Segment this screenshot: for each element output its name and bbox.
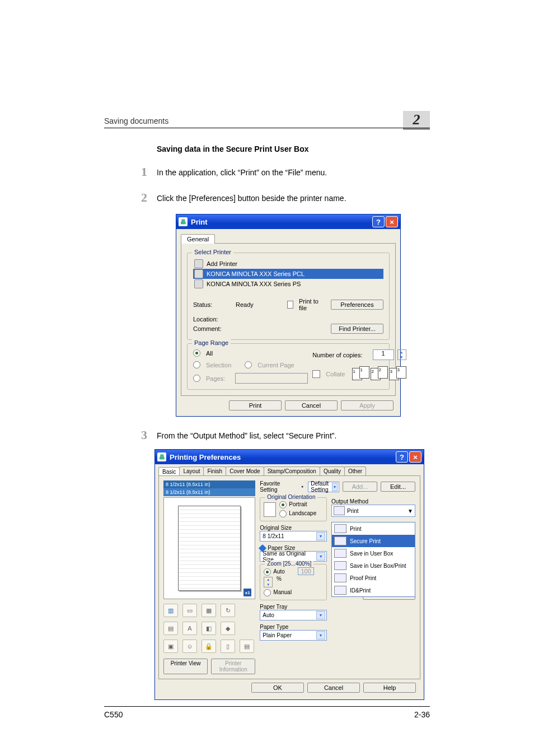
status-label: Status:: [193, 301, 232, 308]
all-label: All: [206, 350, 213, 357]
all-radio[interactable]: [193, 349, 200, 357]
paper-sheet-icon: [178, 506, 241, 591]
pages-input[interactable]: [235, 373, 308, 384]
favorite-add-button[interactable]: Add...: [343, 482, 377, 492]
group-label: Select Printer: [192, 249, 233, 255]
help-button[interactable]: ?: [372, 216, 385, 227]
quality-icon[interactable]: ◆: [221, 622, 235, 635]
tab-basic[interactable]: Basic: [158, 467, 180, 476]
printing-preferences-dialog: 🖶 Printing Preferences ? × Basic Layout …: [154, 449, 424, 700]
zoom-spinner[interactable]: ▲▼: [264, 577, 273, 587]
copies-spinner[interactable]: ▲▼: [397, 349, 406, 360]
print-to-file-label: Print to file: [299, 298, 321, 311]
tabstrip: General: [181, 234, 396, 244]
section-title: Saving data in the Secure Print User Box: [157, 144, 430, 153]
close-button[interactable]: ×: [409, 451, 421, 463]
list-item[interactable]: KONICA MINOLTA XXX Series PS: [193, 279, 383, 289]
step-1: 1 In the application, click “Print” on t…: [104, 165, 430, 179]
favorite-edit-button[interactable]: Edit...: [381, 482, 415, 492]
favorite-dropdown[interactable]: Default Setting▼: [308, 482, 339, 492]
cancel-button[interactable]: Cancel: [307, 683, 360, 693]
nup-icon[interactable]: ▦: [202, 604, 216, 617]
zoom-auto-radio[interactable]: [264, 568, 271, 576]
apply-button[interactable]: Apply: [341, 400, 394, 410]
current-page-radio[interactable]: [245, 361, 252, 368]
secure-icon[interactable]: 🔒: [202, 640, 216, 653]
portrait-radio[interactable]: [279, 501, 287, 508]
tab-layout[interactable]: Layout: [179, 466, 204, 475]
tab-stamp-composition[interactable]: Stamp/Composition: [264, 466, 320, 475]
menu-item-id-print[interactable]: ID&Print: [332, 584, 415, 596]
landscape-radio[interactable]: [279, 510, 287, 517]
tab-finish[interactable]: Finish: [203, 466, 226, 475]
chevron-down-icon: ▼: [316, 611, 325, 619]
close-button[interactable]: ×: [386, 216, 398, 227]
menu-item-secure-print[interactable]: Secure Print: [332, 535, 415, 547]
paper-tray-dropdown[interactable]: Auto▼: [260, 610, 327, 620]
copies-input[interactable]: 1: [373, 349, 394, 360]
list-item-label: Add Printer: [207, 260, 237, 267]
menu-item-save-box-print[interactable]: Save in User Box/Print: [332, 559, 415, 572]
rotate-icon[interactable]: ↻: [221, 604, 235, 617]
lock-icon: [334, 536, 346, 545]
printer-view-button[interactable]: Printer View: [163, 659, 208, 674]
print-button[interactable]: Print: [229, 400, 282, 410]
orientation-group: Original Orientation Portrait Landscape: [260, 497, 327, 521]
watermark-icon[interactable]: ◧: [202, 622, 216, 635]
proof-icon: [334, 573, 346, 582]
page-range-group: Page Range All Selection Current Page Pa…: [187, 343, 390, 390]
list-item[interactable]: KONICA MINOLTA XXX Series PCL: [193, 269, 383, 279]
menu-item-proof-print[interactable]: Proof Print: [332, 572, 415, 584]
box-print-icon: [334, 561, 346, 570]
titlebar[interactable]: 🖶 Print ? ×: [176, 214, 400, 229]
zoom-manual-radio[interactable]: [264, 589, 271, 596]
printer-info-button[interactable]: Printer Information: [211, 659, 255, 674]
list-icon[interactable]: ▤: [240, 640, 254, 653]
landscape-label: Landscape: [289, 510, 316, 516]
chevron-down-icon: ▼: [407, 508, 413, 514]
group-label: Zoom [25...400%]: [265, 561, 313, 567]
page-icon[interactable]: ▯: [221, 640, 235, 653]
tab-quality[interactable]: Quality: [320, 466, 345, 475]
paper-type-dropdown[interactable]: Plain Paper▼: [260, 630, 327, 641]
running-head: Saving documents: [104, 116, 168, 125]
help-button[interactable]: Help: [363, 683, 416, 693]
step-text: In the application, click “Print” on the…: [157, 165, 327, 179]
zoom-value-input[interactable]: 100: [298, 567, 313, 575]
menu-item-save-box[interactable]: Save in User Box: [332, 547, 415, 559]
collate-checkbox[interactable]: [312, 370, 320, 378]
preferences-button[interactable]: Preferences: [331, 300, 383, 310]
output-icon[interactable]: ▥: [163, 604, 178, 617]
pages-radio[interactable]: [193, 375, 200, 382]
output-method-dropdown[interactable]: Print ▼: [331, 505, 415, 517]
find-printer-button[interactable]: Find Printer...: [331, 324, 383, 334]
box-icon: [334, 549, 346, 558]
tab-other[interactable]: Other: [344, 466, 366, 475]
step-number: 3: [104, 428, 157, 442]
tab-cover-mode[interactable]: Cover Mode: [226, 466, 264, 475]
chevron-down-icon: ▼: [332, 483, 338, 491]
duplex-icon[interactable]: ▭: [182, 604, 197, 617]
titlebar[interactable]: 🖶 Printing Preferences ? ×: [155, 450, 424, 464]
help-button[interactable]: ?: [396, 451, 408, 463]
printer-list[interactable]: Add Printer KONICA MINOLTA XXX Series PC…: [193, 259, 383, 293]
tray-icon[interactable]: ▤: [163, 622, 178, 635]
zoom-auto-label: Auto: [273, 568, 285, 575]
selection-radio[interactable]: [193, 361, 200, 368]
original-size-dropdown[interactable]: 8 1/2x11▼: [260, 531, 327, 542]
copy-count-badge: x1: [243, 589, 251, 596]
chevron-down-icon: ▼: [316, 552, 325, 561]
cancel-button[interactable]: Cancel: [285, 400, 338, 410]
print-to-file-checkbox[interactable]: [287, 301, 293, 309]
text-icon[interactable]: A: [182, 622, 197, 635]
size-display-1: 8 1/2x11 (8.5x11 in): [163, 480, 255, 488]
size-display-2: 8 1/2x11 (8.5x11 in): [163, 488, 255, 496]
list-item[interactable]: Add Printer: [193, 259, 383, 269]
ok-button[interactable]: OK: [251, 683, 304, 693]
output-method-menu[interactable]: Print Secure Print Save in User Box Save…: [331, 522, 415, 597]
stamp-icon[interactable]: ▣: [163, 640, 178, 653]
head-icon[interactable]: ☺: [182, 640, 197, 653]
menu-item-print[interactable]: Print: [332, 522, 415, 535]
original-size-label: Original Size: [260, 525, 327, 531]
tab-general[interactable]: General: [181, 234, 215, 244]
